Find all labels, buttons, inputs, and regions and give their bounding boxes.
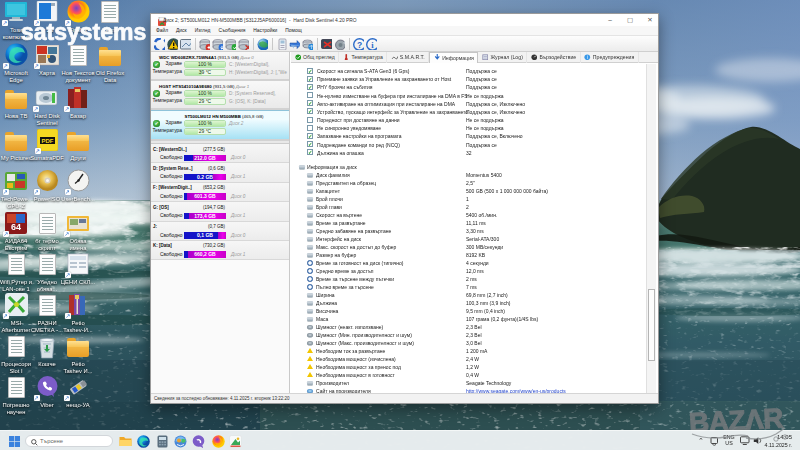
- svg-text:64: 64: [11, 222, 21, 232]
- svg-text:?: ?: [357, 39, 362, 49]
- svg-text:i: i: [371, 39, 374, 49]
- svg-text:PDF: PDF: [41, 138, 53, 144]
- svg-text:i: i: [587, 55, 588, 60]
